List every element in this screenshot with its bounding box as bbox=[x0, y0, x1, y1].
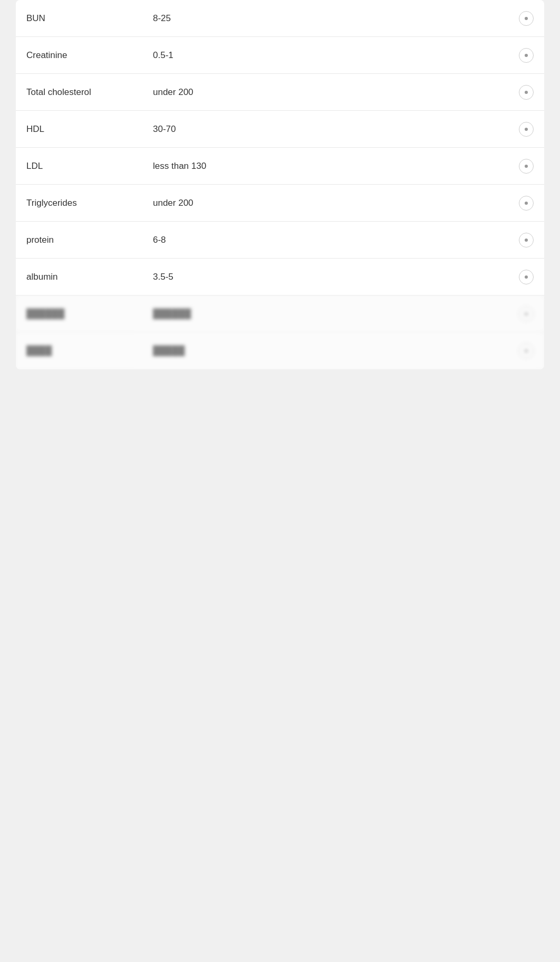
table-row-albumin[interactable]: albumin3.5-5 bbox=[16, 259, 544, 296]
row-icon-inner-hdl bbox=[525, 128, 528, 131]
row-icon-blurred2[interactable] bbox=[519, 344, 534, 358]
row-value-protein: 6-8 bbox=[153, 235, 519, 245]
table-row-blurred2[interactable]: █████████ bbox=[16, 332, 544, 369]
table-row-protein[interactable]: protein6-8 bbox=[16, 222, 544, 259]
row-icon-inner-bun bbox=[525, 17, 528, 20]
main-container: BUN8-25Creatinine0.5-1Total cholesterolu… bbox=[0, 0, 560, 412]
row-name-blurred2: ████ bbox=[26, 346, 153, 356]
row-value-albumin: 3.5-5 bbox=[153, 272, 519, 282]
row-icon-total-cholesterol[interactable] bbox=[519, 85, 534, 100]
row-value-total-cholesterol: under 200 bbox=[153, 87, 519, 98]
row-value-hdl: 30-70 bbox=[153, 124, 519, 135]
row-value-blurred2: █████ bbox=[153, 346, 519, 356]
row-name-total-cholesterol: Total cholesterol bbox=[26, 87, 153, 98]
row-name-creatinine: Creatinine bbox=[26, 50, 153, 61]
row-name-protein: protein bbox=[26, 235, 153, 245]
row-icon-inner-albumin bbox=[525, 275, 528, 279]
row-icon-inner-ldl bbox=[525, 165, 528, 168]
table-row-total-cholesterol[interactable]: Total cholesterolunder 200 bbox=[16, 74, 544, 111]
row-name-bun: BUN bbox=[26, 13, 153, 24]
row-value-triglycerides: under 200 bbox=[153, 198, 519, 208]
row-icon-inner-total-cholesterol bbox=[525, 91, 528, 94]
table-row-hdl[interactable]: HDL30-70 bbox=[16, 111, 544, 148]
table-row-ldl[interactable]: LDLless than 130 bbox=[16, 148, 544, 185]
row-icon-inner-protein bbox=[525, 239, 528, 242]
row-icon-triglycerides[interactable] bbox=[519, 196, 534, 211]
row-icon-blurred1[interactable] bbox=[519, 307, 534, 321]
row-name-ldl: LDL bbox=[26, 161, 153, 172]
table-row-bun[interactable]: BUN8-25 bbox=[16, 0, 544, 37]
lab-values-table: BUN8-25Creatinine0.5-1Total cholesterolu… bbox=[16, 0, 544, 369]
row-icon-inner-triglycerides bbox=[525, 202, 528, 205]
row-icon-creatinine[interactable] bbox=[519, 48, 534, 63]
row-value-creatinine: 0.5-1 bbox=[153, 50, 519, 61]
table-row-blurred1[interactable]: ████████████ bbox=[16, 296, 544, 332]
row-name-blurred1: ██████ bbox=[26, 309, 153, 319]
table-row-creatinine[interactable]: Creatinine0.5-1 bbox=[16, 37, 544, 74]
row-value-blurred1: ██████ bbox=[153, 309, 519, 319]
row-name-triglycerides: Triglycerides bbox=[26, 198, 153, 208]
row-icon-hdl[interactable] bbox=[519, 122, 534, 137]
row-icon-inner-blurred1 bbox=[525, 312, 528, 316]
table-row-triglycerides[interactable]: Triglyceridesunder 200 bbox=[16, 185, 544, 222]
row-icon-protein[interactable] bbox=[519, 233, 534, 247]
row-icon-bun[interactable] bbox=[519, 11, 534, 26]
row-name-albumin: albumin bbox=[26, 272, 153, 282]
row-value-bun: 8-25 bbox=[153, 13, 519, 24]
row-name-hdl: HDL bbox=[26, 124, 153, 135]
row-value-ldl: less than 130 bbox=[153, 161, 519, 172]
row-icon-albumin[interactable] bbox=[519, 270, 534, 284]
row-icon-ldl[interactable] bbox=[519, 159, 534, 174]
row-icon-inner-blurred2 bbox=[525, 349, 528, 353]
row-icon-inner-creatinine bbox=[525, 54, 528, 57]
